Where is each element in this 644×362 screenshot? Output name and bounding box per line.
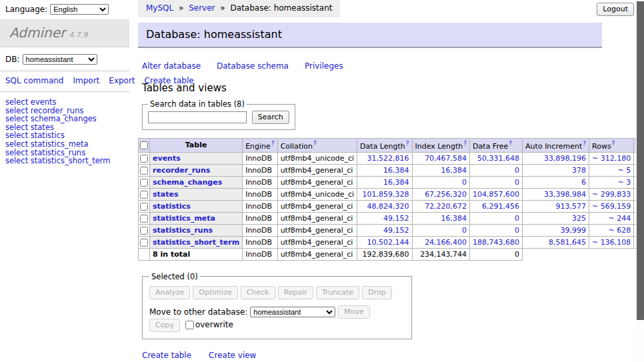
breadcrumb-current: Database: homeassistant bbox=[231, 3, 333, 13]
rows-cell: ~ 299,833 bbox=[589, 188, 634, 200]
table-name-cell: statistics_meta bbox=[150, 212, 243, 224]
select-all-cell bbox=[139, 139, 150, 153]
create-link[interactable]: Create table bbox=[142, 351, 191, 360]
sidebar-action-link[interactable]: Export bbox=[109, 76, 135, 85]
copy-button[interactable]: Copy bbox=[149, 319, 180, 332]
sidebar-table-link[interactable]: select events bbox=[5, 98, 124, 107]
sidebar-action-link[interactable]: Import bbox=[73, 76, 99, 85]
table-row: recorder_runsInnoDButf8mb4_general_ci16,… bbox=[139, 164, 644, 176]
column-help-link[interactable]: ? bbox=[612, 140, 615, 147]
collation-cell: utf8mb4_general_ci bbox=[277, 200, 357, 212]
data-length-cell: 49,152 bbox=[357, 224, 412, 236]
table-name-link[interactable]: statistics_short_term bbox=[153, 238, 239, 247]
table-row: statisticsInnoDButf8mb4_general_ci48,824… bbox=[139, 200, 644, 212]
check-button[interactable]: Check bbox=[241, 286, 275, 299]
search-fieldset: Search data in tables (8) Search bbox=[142, 99, 295, 130]
sidebar-table-link[interactable]: select statistics_short_term bbox=[5, 157, 124, 165]
table-name-link[interactable]: statistics bbox=[153, 202, 191, 211]
scrollbar[interactable] bbox=[636, 0, 644, 362]
drop-button[interactable]: Drop bbox=[362, 286, 391, 299]
rows-cell: ~ 5 bbox=[589, 164, 634, 176]
collation-cell: utf8mb4_unicode_ci bbox=[277, 152, 357, 164]
sidebar-action-link[interactable]: SQL command bbox=[5, 76, 63, 85]
table-name-link[interactable]: statistics_runs bbox=[153, 226, 213, 235]
tables-heading: Tables and views bbox=[142, 82, 605, 94]
row-checkbox[interactable] bbox=[140, 215, 148, 223]
search-button[interactable]: Search bbox=[252, 111, 289, 124]
table-name-link[interactable]: statistics_meta bbox=[153, 214, 215, 223]
database-action-link[interactable]: Alter database bbox=[142, 61, 201, 71]
table-name-link[interactable]: events bbox=[153, 154, 181, 163]
app-name: Adminer bbox=[9, 25, 65, 41]
breadcrumb-link[interactable]: MySQL bbox=[146, 3, 173, 13]
table-name-link[interactable]: recorder_runs bbox=[153, 166, 210, 175]
data-length-cell: 16,384 bbox=[357, 164, 412, 176]
sidebar-table-link[interactable]: select schema_changes bbox=[5, 115, 124, 123]
tables-overview-table: TableEngine?Collation?Data Length?Index … bbox=[138, 138, 644, 261]
db-select[interactable]: homeassistant bbox=[23, 54, 97, 65]
row-select-cell bbox=[139, 164, 150, 176]
row-checkbox[interactable] bbox=[140, 155, 148, 163]
column-help-link[interactable]: ? bbox=[271, 140, 275, 147]
collation-cell: utf8mb4_general_ci bbox=[277, 164, 357, 176]
data-free-cell: 188,743,680 bbox=[470, 236, 523, 248]
breadcrumb-separator: » bbox=[218, 3, 228, 13]
breadcrumb-link[interactable]: Server bbox=[189, 3, 215, 13]
row-checkbox[interactable] bbox=[140, 167, 148, 175]
column-header: Collation? bbox=[277, 139, 357, 153]
index-length-cell: 70,467,584 bbox=[412, 152, 470, 164]
auto-increment-cell: 8,581,645 bbox=[523, 236, 589, 248]
move-database-select[interactable]: homeassistant bbox=[250, 307, 335, 317]
optimize-button[interactable]: Optimize bbox=[193, 286, 237, 299]
repair-button[interactable]: Repair bbox=[278, 286, 313, 299]
row-checkbox[interactable] bbox=[140, 239, 148, 247]
column-header-label: Engine bbox=[245, 142, 271, 151]
data-length-cell: 10,502,144 bbox=[357, 236, 412, 248]
table-name-link[interactable]: schema_changes bbox=[153, 178, 222, 187]
analyze-button[interactable]: Analyze bbox=[149, 286, 190, 299]
table-name-link[interactable]: states bbox=[153, 190, 179, 199]
truncate-button[interactable]: Truncate bbox=[316, 286, 359, 299]
select-all-checkbox[interactable] bbox=[140, 141, 148, 149]
column-help-link[interactable]: ? bbox=[463, 140, 467, 147]
overwrite-label: overwrite bbox=[195, 320, 233, 329]
data-free-cell: 0 bbox=[470, 176, 523, 188]
language-select[interactable]: English bbox=[50, 4, 109, 15]
search-input[interactable] bbox=[148, 111, 247, 123]
row-checkbox[interactable] bbox=[140, 191, 148, 199]
column-help-link[interactable]: ? bbox=[406, 140, 409, 147]
row-checkbox[interactable] bbox=[140, 227, 148, 235]
row-checkbox[interactable] bbox=[140, 203, 148, 211]
column-help-link[interactable]: ? bbox=[509, 140, 512, 147]
row-select-cell bbox=[139, 236, 150, 248]
index-length-cell: 72,220,672 bbox=[412, 200, 470, 212]
overwrite-checkbox[interactable] bbox=[185, 321, 194, 329]
data-length-cell: 49,152 bbox=[357, 212, 412, 224]
move-button[interactable]: Move bbox=[338, 305, 370, 319]
row-select-cell bbox=[139, 224, 150, 236]
index-length-cell: 24,166,400 bbox=[412, 236, 470, 248]
index-length-cell: 67,256,320 bbox=[412, 188, 470, 200]
column-help-link[interactable]: ? bbox=[583, 140, 586, 147]
column-help-link[interactable]: ? bbox=[313, 140, 317, 147]
database-action-link[interactable]: Database schema bbox=[217, 61, 289, 71]
total-data-free-cell: 0 bbox=[470, 248, 523, 260]
scrollbar-thumb[interactable] bbox=[637, 1, 644, 320]
total-select-cell bbox=[139, 248, 150, 260]
row-select-cell bbox=[139, 188, 150, 200]
auto-increment-cell: 39,999 bbox=[523, 224, 589, 236]
collation-cell: utf8mb4_general_ci bbox=[277, 236, 357, 248]
sidebar: Language:English Adminer4.7.9 DB:homeass… bbox=[0, 0, 129, 171]
row-checkbox[interactable] bbox=[140, 179, 148, 187]
database-action-link[interactable]: Privileges bbox=[305, 61, 343, 71]
move-row: Move to other database:homeassistantMove… bbox=[149, 305, 405, 332]
rows-cell: ~ 3 bbox=[589, 176, 634, 188]
column-header: Data Free? bbox=[470, 139, 523, 153]
collation-cell: utf8mb4_unicode_ci bbox=[277, 188, 357, 200]
sidebar-table-link[interactable]: select statistics_meta bbox=[5, 140, 124, 149]
data-free-cell: 50,331,648 bbox=[470, 152, 523, 164]
search-legend: Search data in tables (8) bbox=[148, 99, 247, 109]
engine-cell: InnoDB bbox=[243, 176, 277, 188]
create-link[interactable]: Create view bbox=[209, 351, 256, 360]
table-name-cell: statistics_short_term bbox=[150, 236, 243, 248]
